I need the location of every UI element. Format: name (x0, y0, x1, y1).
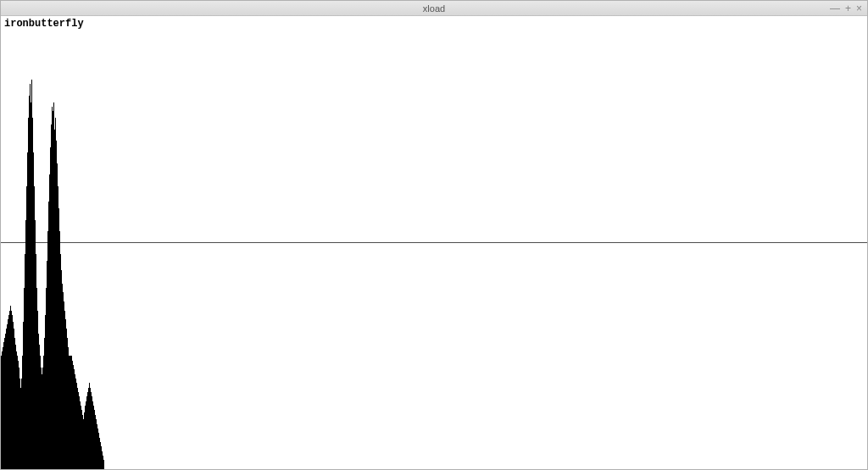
maximize-icon[interactable]: + (845, 3, 851, 14)
minimize-icon[interactable]: — (830, 3, 840, 14)
window-controls: — + × (830, 1, 862, 16)
window-title: xload (423, 3, 445, 14)
scale-line (1, 242, 867, 243)
close-icon[interactable]: × (856, 3, 862, 14)
load-sample (103, 460, 104, 469)
titlebar[interactable]: xload — + × (1, 1, 867, 16)
app-window: xload — + × ironbutterfly (0, 0, 868, 470)
load-graph (1, 16, 104, 469)
client-area: ironbutterfly (1, 16, 867, 469)
